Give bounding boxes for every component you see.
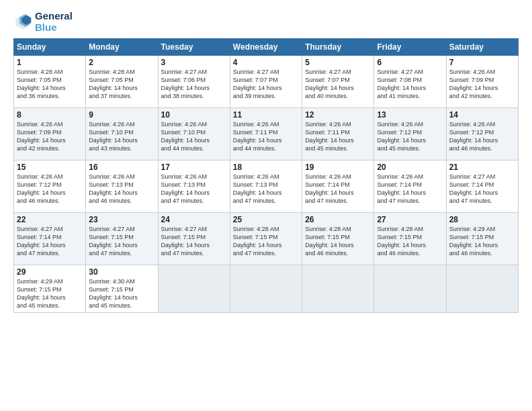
cell-details: Sunrise: 4:27 AM Sunset: 7:15 PM Dayligh… (89, 225, 154, 258)
cell-details: Sunrise: 4:26 AM Sunset: 7:14 PM Dayligh… (377, 173, 443, 205)
cell-details: Sunrise: 4:26 AM Sunset: 7:14 PM Dayligh… (305, 173, 371, 205)
calendar-week-row: 29Sunrise: 4:29 AM Sunset: 7:15 PM Dayli… (14, 265, 519, 313)
calendar-week-row: 1Sunrise: 4:28 AM Sunset: 7:05 PM Daylig… (14, 56, 519, 108)
calendar-cell: 1Sunrise: 4:28 AM Sunset: 7:05 PM Daylig… (14, 56, 86, 108)
day-number: 14 (449, 110, 515, 120)
calendar-cell: 2Sunrise: 4:28 AM Sunset: 7:05 PM Daylig… (86, 56, 158, 108)
day-number: 17 (161, 163, 227, 172)
logo: General Blue (13, 11, 73, 33)
calendar-week-row: 22Sunrise: 4:27 AM Sunset: 7:14 PM Dayli… (14, 213, 519, 265)
day-number: 1 (17, 58, 83, 67)
day-number: 13 (377, 110, 443, 120)
calendar-cell: 11Sunrise: 4:26 AM Sunset: 7:11 PM Dayli… (230, 108, 302, 161)
day-number: 30 (89, 267, 154, 277)
day-number: 3 (161, 58, 227, 67)
cell-details: Sunrise: 4:28 AM Sunset: 7:15 PM Dayligh… (233, 225, 299, 258)
header-area: General Blue (13, 11, 519, 33)
calendar-cell: 15Sunrise: 4:26 AM Sunset: 7:12 PM Dayli… (14, 161, 86, 213)
day-number: 21 (449, 163, 515, 172)
cell-details: Sunrise: 4:27 AM Sunset: 7:07 PM Dayligh… (233, 68, 299, 101)
cell-details: Sunrise: 4:26 AM Sunset: 7:09 PM Dayligh… (449, 68, 515, 101)
logo-icon (13, 13, 32, 32)
weekday-header-cell: Friday (374, 39, 446, 56)
weekday-header-cell: Thursday (302, 39, 374, 56)
calendar-cell: 21Sunrise: 4:27 AM Sunset: 7:14 PM Dayli… (446, 161, 518, 213)
cell-details: Sunrise: 4:28 AM Sunset: 7:05 PM Dayligh… (89, 68, 154, 101)
cell-details: Sunrise: 4:27 AM Sunset: 7:14 PM Dayligh… (17, 225, 83, 258)
weekday-header-cell: Tuesday (158, 39, 230, 56)
day-number: 10 (161, 110, 227, 120)
calendar-cell (158, 265, 230, 313)
calendar-table: SundayMondayTuesdayWednesdayThursdayFrid… (13, 38, 519, 313)
logo-text: General Blue (35, 11, 73, 33)
cell-details: Sunrise: 4:27 AM Sunset: 7:15 PM Dayligh… (161, 225, 227, 258)
cell-details: Sunrise: 4:27 AM Sunset: 7:07 PM Dayligh… (305, 68, 371, 101)
weekday-header-cell: Wednesday (230, 39, 302, 56)
calendar-cell: 17Sunrise: 4:26 AM Sunset: 7:13 PM Dayli… (158, 161, 230, 213)
day-number: 19 (305, 163, 371, 172)
calendar-cell: 9Sunrise: 4:26 AM Sunset: 7:10 PM Daylig… (86, 108, 158, 161)
calendar-cell: 10Sunrise: 4:26 AM Sunset: 7:10 PM Dayli… (158, 108, 230, 161)
calendar-cell: 13Sunrise: 4:26 AM Sunset: 7:12 PM Dayli… (374, 108, 446, 161)
cell-details: Sunrise: 4:26 AM Sunset: 7:10 PM Dayligh… (161, 120, 227, 153)
day-number: 11 (233, 110, 299, 120)
cell-details: Sunrise: 4:27 AM Sunset: 7:08 PM Dayligh… (377, 68, 443, 101)
calendar-cell: 19Sunrise: 4:26 AM Sunset: 7:14 PM Dayli… (302, 161, 374, 213)
calendar-cell: 30Sunrise: 4:30 AM Sunset: 7:15 PM Dayli… (86, 265, 158, 313)
calendar-cell: 14Sunrise: 4:26 AM Sunset: 7:12 PM Dayli… (446, 108, 518, 161)
weekday-header-cell: Monday (86, 39, 158, 56)
cell-details: Sunrise: 4:26 AM Sunset: 7:11 PM Dayligh… (305, 120, 371, 153)
calendar-cell: 4Sunrise: 4:27 AM Sunset: 7:07 PM Daylig… (230, 56, 302, 108)
calendar-cell: 25Sunrise: 4:28 AM Sunset: 7:15 PM Dayli… (230, 213, 302, 265)
day-number: 26 (305, 215, 371, 224)
cell-details: Sunrise: 4:29 AM Sunset: 7:15 PM Dayligh… (17, 277, 83, 310)
calendar-body: 1Sunrise: 4:28 AM Sunset: 7:05 PM Daylig… (14, 56, 519, 313)
day-number: 25 (233, 215, 299, 224)
calendar-cell: 20Sunrise: 4:26 AM Sunset: 7:14 PM Dayli… (374, 161, 446, 213)
day-number: 28 (449, 215, 515, 224)
calendar-cell: 28Sunrise: 4:29 AM Sunset: 7:15 PM Dayli… (446, 213, 518, 265)
calendar-week-row: 8Sunrise: 4:26 AM Sunset: 7:09 PM Daylig… (14, 108, 519, 161)
day-number: 7 (449, 58, 515, 67)
cell-details: Sunrise: 4:26 AM Sunset: 7:13 PM Dayligh… (161, 173, 227, 205)
weekday-header-cell: Sunday (14, 39, 86, 56)
day-number: 2 (89, 58, 154, 67)
calendar-cell: 26Sunrise: 4:28 AM Sunset: 7:15 PM Dayli… (302, 213, 374, 265)
page: General Blue SundayMondayTuesdayWednesda… (0, 0, 532, 411)
cell-details: Sunrise: 4:28 AM Sunset: 7:05 PM Dayligh… (17, 68, 83, 101)
calendar-cell: 16Sunrise: 4:26 AM Sunset: 7:13 PM Dayli… (86, 161, 158, 213)
calendar-cell: 7Sunrise: 4:26 AM Sunset: 7:09 PM Daylig… (446, 56, 518, 108)
calendar-cell: 18Sunrise: 4:26 AM Sunset: 7:13 PM Dayli… (230, 161, 302, 213)
day-number: 20 (377, 163, 443, 172)
cell-details: Sunrise: 4:26 AM Sunset: 7:13 PM Dayligh… (233, 173, 299, 205)
calendar-cell (446, 265, 518, 313)
day-number: 29 (17, 267, 83, 277)
calendar-cell (302, 265, 374, 313)
calendar-cell: 5Sunrise: 4:27 AM Sunset: 7:07 PM Daylig… (302, 56, 374, 108)
day-number: 4 (233, 58, 299, 67)
day-number: 18 (233, 163, 299, 172)
cell-details: Sunrise: 4:26 AM Sunset: 7:09 PM Dayligh… (17, 120, 83, 153)
day-number: 8 (17, 110, 83, 120)
cell-details: Sunrise: 4:26 AM Sunset: 7:11 PM Dayligh… (233, 120, 299, 153)
weekday-header-cell: Saturday (446, 39, 518, 56)
day-number: 15 (17, 163, 83, 172)
calendar-week-row: 15Sunrise: 4:26 AM Sunset: 7:12 PM Dayli… (14, 161, 519, 213)
day-number: 27 (377, 215, 443, 224)
calendar-cell: 6Sunrise: 4:27 AM Sunset: 7:08 PM Daylig… (374, 56, 446, 108)
calendar-cell: 3Sunrise: 4:27 AM Sunset: 7:06 PM Daylig… (158, 56, 230, 108)
cell-details: Sunrise: 4:30 AM Sunset: 7:15 PM Dayligh… (89, 277, 154, 310)
calendar-cell: 29Sunrise: 4:29 AM Sunset: 7:15 PM Dayli… (14, 265, 86, 313)
calendar-cell: 27Sunrise: 4:28 AM Sunset: 7:15 PM Dayli… (374, 213, 446, 265)
calendar-cell: 22Sunrise: 4:27 AM Sunset: 7:14 PM Dayli… (14, 213, 86, 265)
day-number: 24 (161, 215, 227, 224)
day-number: 22 (17, 215, 83, 224)
cell-details: Sunrise: 4:27 AM Sunset: 7:14 PM Dayligh… (449, 173, 515, 205)
cell-details: Sunrise: 4:26 AM Sunset: 7:10 PM Dayligh… (89, 120, 154, 153)
day-number: 9 (89, 110, 154, 120)
day-number: 6 (377, 58, 443, 67)
cell-details: Sunrise: 4:26 AM Sunset: 7:12 PM Dayligh… (17, 173, 83, 205)
calendar-cell (374, 265, 446, 313)
day-number: 5 (305, 58, 371, 67)
day-number: 23 (89, 215, 154, 224)
